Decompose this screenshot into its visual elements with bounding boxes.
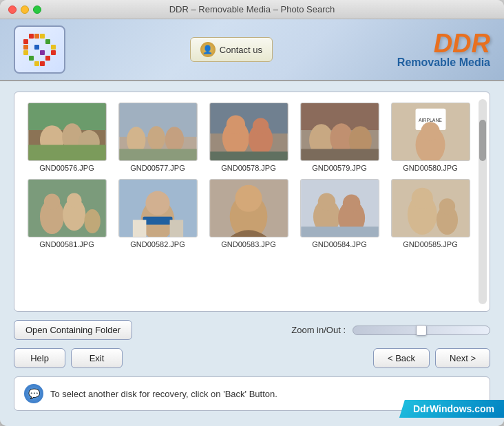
svg-point-61 <box>411 188 432 209</box>
svg-point-38 <box>67 193 81 208</box>
photo-thumbnail: AIRPLANE MODE <box>391 103 470 161</box>
list-item[interactable]: GND00581.JPG <box>25 179 109 248</box>
header: 👤 Contact us DDR Removable Media <box>0 19 504 81</box>
photo-label: GND00583.JPG <box>221 240 275 248</box>
svg-point-10 <box>165 127 183 152</box>
svg-point-62 <box>439 198 454 214</box>
brand-title: DDR <box>397 30 490 56</box>
close-button[interactable] <box>8 6 17 14</box>
svg-point-49 <box>235 185 262 212</box>
zoom-slider[interactable] <box>353 326 490 335</box>
svg-rect-5 <box>28 145 105 160</box>
open-folder-button[interactable]: Open Containing Folder <box>14 320 132 340</box>
photo-thumbnail <box>209 103 288 161</box>
photo-thumbnail <box>391 179 470 237</box>
traffic-lights <box>8 6 41 14</box>
brand: DDR Removable Media <box>397 30 490 69</box>
svg-point-16 <box>226 116 244 134</box>
minimize-button[interactable] <box>21 6 29 14</box>
svg-point-55 <box>342 194 359 211</box>
zoom-control: Zoom in/Out : <box>291 325 490 335</box>
photo-thumbnail <box>118 179 198 237</box>
maximize-button[interactable] <box>33 6 41 14</box>
photo-grid: GND00576.JPG GND00577.JP <box>25 103 479 248</box>
photo-thumbnail <box>118 103 198 161</box>
svg-point-36 <box>84 209 100 233</box>
help-button[interactable]: Help <box>14 348 65 368</box>
controls-bar: Open Containing Folder Zoom in/Out : <box>14 320 490 340</box>
contact-button[interactable]: 👤 Contact us <box>190 37 273 62</box>
list-item[interactable]: GND00584.JPG <box>297 179 381 248</box>
svg-rect-45 <box>169 220 183 237</box>
photo-label: GND00580.JPG <box>403 164 457 172</box>
svg-rect-13 <box>210 103 287 134</box>
svg-rect-18 <box>210 151 287 160</box>
nav-right: < Back Next > <box>373 348 490 368</box>
zoom-label: Zoom in/Out : <box>291 325 346 335</box>
list-item[interactable]: GND00579.JPG <box>297 103 381 172</box>
footer-watermark: DdrWindows.com <box>399 400 504 418</box>
svg-rect-11 <box>119 149 196 160</box>
contact-icon: 👤 <box>200 42 216 57</box>
photo-thumbnail <box>28 179 107 237</box>
photo-label: GND00576.JPG <box>39 164 94 172</box>
brand-subtitle: Removable Media <box>397 56 490 69</box>
list-item[interactable]: GND00577.JPG <box>116 103 200 172</box>
svg-rect-56 <box>301 226 378 237</box>
window-title: DDR – Removable Media – Photo Search <box>169 4 335 14</box>
svg-point-54 <box>317 193 335 211</box>
scrollbar[interactable] <box>479 99 487 304</box>
svg-point-17 <box>252 118 268 134</box>
status-icon: 💬 <box>24 384 43 403</box>
photo-grid-container: GND00576.JPG GND00577.JP <box>14 92 490 312</box>
exit-button[interactable]: Exit <box>71 348 123 368</box>
svg-rect-43 <box>143 217 172 225</box>
svg-rect-24 <box>301 149 378 160</box>
svg-point-37 <box>43 194 59 210</box>
next-button[interactable]: Next > <box>435 348 490 368</box>
photo-label: GND00579.JPG <box>312 164 366 172</box>
list-item[interactable]: GND00582.JPG <box>116 179 200 248</box>
photo-label: GND00577.JPG <box>130 164 185 172</box>
zoom-handle[interactable] <box>416 325 427 336</box>
photo-label: GND00584.JPG <box>312 240 366 248</box>
title-bar: DDR – Removable Media – Photo Search <box>0 0 504 19</box>
app-window: DDR – Removable Media – Photo Search <box>0 0 504 426</box>
svg-point-9 <box>147 126 165 150</box>
list-item[interactable]: GND00583.JPG <box>207 179 291 248</box>
app-logo <box>14 25 65 74</box>
photo-thumbnail <box>300 103 379 161</box>
svg-rect-44 <box>132 220 146 237</box>
scroll-thumb[interactable] <box>479 120 486 161</box>
nav-row: Help Exit < Back Next > <box>14 348 490 368</box>
photo-thumbnail <box>28 103 107 161</box>
svg-text:AIRPLANE: AIRPLANE <box>419 118 442 123</box>
photo-thumbnail <box>209 179 288 237</box>
photo-label: GND00581.JPG <box>39 240 94 248</box>
list-item[interactable]: GND00576.JPG <box>25 103 109 172</box>
photo-label: GND00578.JPG <box>221 164 275 172</box>
list-item[interactable]: GND00585.JPG <box>388 179 472 248</box>
photo-thumbnail <box>300 179 379 237</box>
photo-label: GND00585.JPG <box>403 240 457 248</box>
nav-left: Help Exit <box>14 348 123 368</box>
back-button[interactable]: < Back <box>373 348 430 368</box>
list-item[interactable]: AIRPLANE MODE GND00580.JPG <box>388 103 472 172</box>
contact-label: Contact us <box>220 45 262 55</box>
svg-point-31 <box>421 122 439 140</box>
main-content: GND00576.JPG GND00577.JP <box>0 81 504 426</box>
photo-label: GND00582.JPG <box>130 240 185 248</box>
list-item[interactable]: GND00578.JPG <box>207 103 291 172</box>
svg-point-42 <box>145 191 169 215</box>
status-message: To select another disk for recovery, cli… <box>50 389 277 399</box>
